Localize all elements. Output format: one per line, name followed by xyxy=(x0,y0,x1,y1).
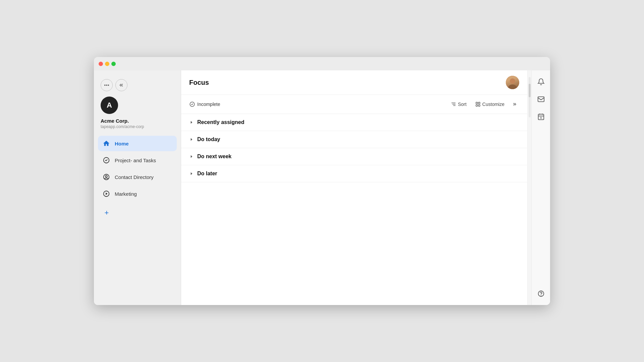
task-list: Recently assigned Do today xyxy=(181,114,527,305)
scrollbar-area xyxy=(527,70,531,305)
company-logo: A xyxy=(101,97,118,114)
sidebar-item-marketing[interactable]: Marketing xyxy=(98,186,177,201)
close-button[interactable] xyxy=(99,62,103,66)
mail-icon xyxy=(537,96,545,103)
add-item-button[interactable]: + xyxy=(102,208,111,218)
minimize-button[interactable] xyxy=(105,62,109,66)
sort-button[interactable]: Sort xyxy=(447,100,470,109)
customize-icon xyxy=(475,102,481,107)
task-group-do-next-week: Do next week xyxy=(181,148,527,165)
status-label: Incomplete xyxy=(197,102,220,107)
person-circle-icon xyxy=(102,173,111,181)
avatar-image xyxy=(506,76,519,89)
sidebar-item-project-tasks-label: Project- and Tasks xyxy=(115,158,156,163)
chevron-right-icon xyxy=(189,171,194,176)
task-group-title-do-next-week: Do next week xyxy=(197,154,231,160)
task-group-header-recently-assigned[interactable]: Recently assigned xyxy=(189,114,519,131)
main-header: Focus xyxy=(181,70,527,95)
sidebar-item-project-tasks[interactable]: Project- and Tasks xyxy=(98,153,177,168)
customize-button[interactable]: Customize xyxy=(472,100,508,109)
more-options-button[interactable] xyxy=(101,79,113,91)
home-icon xyxy=(102,139,111,148)
sidebar-add-section: + xyxy=(94,204,181,222)
task-group-header-do-later[interactable]: Do later xyxy=(189,165,519,182)
play-circle-icon xyxy=(102,189,111,198)
app-body: A Acme Corp. tapeapp.com/acme-corp Home xyxy=(94,70,550,305)
sort-label: Sort xyxy=(458,102,467,107)
maximize-button[interactable] xyxy=(111,62,116,66)
svg-rect-18 xyxy=(538,97,544,102)
svg-point-5 xyxy=(105,175,107,177)
calendar-icon: 31 xyxy=(537,113,545,120)
task-group-title-do-today: Do today xyxy=(197,136,220,142)
svg-rect-16 xyxy=(476,105,478,106)
page-title: Focus xyxy=(189,79,209,86)
back-button[interactable] xyxy=(115,79,127,91)
circle-check-icon xyxy=(102,156,111,165)
traffic-lights xyxy=(99,62,116,66)
right-sidebar: 31 xyxy=(531,70,550,305)
help-icon xyxy=(537,290,545,297)
app-window: A Acme Corp. tapeapp.com/acme-corp Home xyxy=(94,57,550,305)
sidebar-nav: Home Project- and Tasks xyxy=(94,136,181,201)
help-button[interactable] xyxy=(535,288,547,300)
titlebar xyxy=(94,57,550,70)
chevrons-right-icon xyxy=(512,102,517,107)
sidebar-item-marketing-label: Marketing xyxy=(115,191,137,197)
user-avatar[interactable] xyxy=(506,76,519,89)
task-group-do-later: Do later xyxy=(181,165,527,182)
svg-point-1 xyxy=(106,85,107,85)
bell-icon xyxy=(537,78,545,85)
sort-icon xyxy=(451,102,456,107)
svg-rect-14 xyxy=(476,102,478,104)
incomplete-icon xyxy=(189,101,195,107)
task-group-do-today: Do today xyxy=(181,131,527,148)
svg-point-8 xyxy=(510,78,515,84)
sidebar-item-home-label: Home xyxy=(115,141,129,146)
company-url: tapeapp.com/acme-corp xyxy=(101,124,174,129)
svg-rect-15 xyxy=(478,102,480,104)
sidebar-item-contact-directory[interactable]: Contact Directory xyxy=(98,169,177,185)
svg-point-0 xyxy=(105,85,105,85)
scrollbar-track[interactable] xyxy=(529,77,531,117)
task-group-header-do-today[interactable]: Do today xyxy=(189,131,519,148)
chevron-right-icon xyxy=(189,137,194,142)
filter-bar: Incomplete Sort xyxy=(181,95,527,114)
sidebar-item-home[interactable]: Home xyxy=(98,136,177,151)
scrollbar-thumb[interactable] xyxy=(529,84,531,97)
chevron-right-icon xyxy=(189,120,194,125)
filter-left: Incomplete xyxy=(189,101,220,107)
svg-text:31: 31 xyxy=(540,117,542,119)
svg-marker-7 xyxy=(106,192,108,195)
notifications-button[interactable] xyxy=(535,76,547,88)
main-content: Focus xyxy=(181,70,527,305)
filter-right: Sort Customize xyxy=(447,100,519,109)
sidebar-topbar xyxy=(94,76,181,91)
sidebar: A Acme Corp. tapeapp.com/acme-corp Home xyxy=(94,70,181,305)
customize-label: Customize xyxy=(482,102,504,107)
chevron-right-icon xyxy=(189,154,194,159)
task-group-recently-assigned: Recently assigned xyxy=(181,114,527,131)
task-group-title-recently-assigned: Recently assigned xyxy=(197,119,245,125)
sidebar-item-contact-directory-label: Contact Directory xyxy=(115,174,154,180)
sidebar-header: A Acme Corp. tapeapp.com/acme-corp xyxy=(94,94,181,136)
svg-rect-17 xyxy=(478,105,480,106)
task-group-title-do-later: Do later xyxy=(197,171,217,177)
expand-button[interactable] xyxy=(510,100,519,109)
calendar-button[interactable]: 31 xyxy=(535,111,547,123)
task-group-header-do-next-week[interactable]: Do next week xyxy=(189,148,519,165)
status-filter[interactable]: Incomplete xyxy=(189,101,220,107)
svg-point-2 xyxy=(108,85,109,85)
mail-button[interactable] xyxy=(535,93,547,105)
svg-point-9 xyxy=(508,84,517,89)
company-name: Acme Corp. xyxy=(101,118,174,124)
